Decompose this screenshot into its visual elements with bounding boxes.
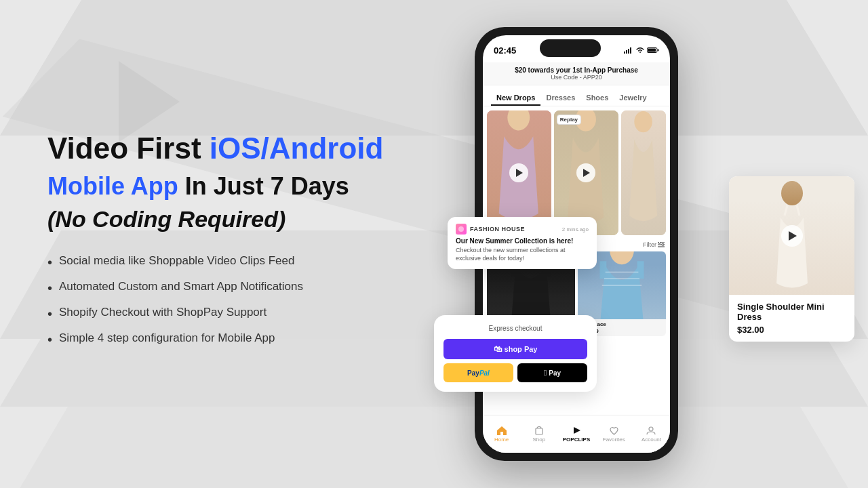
italic-tagline: (No Coding Required) <box>47 206 400 232</box>
shop-icon <box>534 426 544 435</box>
svg-point-19 <box>658 242 660 244</box>
apple-logo:  <box>544 368 547 378</box>
nav-shop[interactable]: Shop <box>520 426 557 443</box>
svg-point-24 <box>610 251 634 264</box>
nav-favorites-label: Favorites <box>603 436 625 443</box>
promo-text-line2: Use Code - APP20 <box>488 74 665 81</box>
headline-blue: iOS/Android <box>210 131 384 165</box>
svg-rect-2 <box>626 50 627 54</box>
paypal-label: PayPal <box>467 369 490 377</box>
headline-text1: Video First <box>47 131 210 165</box>
svg-line-35 <box>785 205 787 216</box>
popclips-icon <box>572 426 581 435</box>
applepay-label: Pay <box>549 369 561 377</box>
shoppay-bag-icon: 🛍 <box>494 344 502 354</box>
notification-header: FASHION HOUSE 2 mins.ago <box>456 224 589 235</box>
category-tabs: New Drops Dresses Shoes Jewelry <box>483 85 670 106</box>
signal-icon <box>624 47 633 54</box>
heart-icon <box>609 426 619 435</box>
promo-text-line1: $20 towards your 1st In-App Purchase <box>488 66 665 74</box>
svg-point-33 <box>458 226 464 232</box>
feature-4: Simple 4 step configuration for Mobile A… <box>47 331 400 348</box>
promo-banner: $20 towards your 1st In-App Purchase Use… <box>483 62 670 85</box>
svg-rect-26 <box>637 261 644 279</box>
nav-favorites[interactable]: Favorites <box>595 426 633 443</box>
replay-badge: Replay <box>557 115 581 125</box>
notification-title: Our New Summer Collection is here! <box>456 237 589 245</box>
payment-row: PayPal  Pay <box>443 363 587 382</box>
notification-brand: FASHION HOUSE <box>456 224 525 235</box>
nav-account[interactable]: Account <box>633 426 670 443</box>
svg-rect-4 <box>630 47 631 54</box>
video-thumb-3[interactable] <box>621 110 666 235</box>
feature-2: Automated Custom and Smart App Notificat… <box>47 280 400 296</box>
subheadline: Mobile App In Just 7 Days <box>47 171 400 201</box>
nav-account-label: Account <box>642 436 661 443</box>
play-button-1[interactable] <box>509 163 528 182</box>
status-time: 02:45 <box>494 45 516 56</box>
feature-3: Shopify Checkout with ShopPay Support <box>47 306 400 322</box>
brand-name: FASHION HOUSE <box>470 226 525 232</box>
svg-point-34 <box>781 181 803 205</box>
shoppay-button[interactable]: 🛍 shop Pay <box>443 339 587 359</box>
phone-area: 02:45 $20 towards your 1st In-App Purcha… <box>434 14 854 474</box>
side-play-button[interactable] <box>781 225 803 247</box>
dynamic-island <box>540 39 601 57</box>
shoppay-label: shop Pay <box>505 345 538 353</box>
svg-point-32 <box>649 427 653 431</box>
battery-icon <box>647 47 659 54</box>
nav-shop-label: Shop <box>532 436 545 443</box>
left-content-area: Video First iOS/Android Mobile App In Ju… <box>0 0 441 488</box>
notification-time: 2 mins.ago <box>562 226 589 232</box>
applepay-button[interactable]:  Pay <box>517 363 587 382</box>
svg-rect-7 <box>658 49 659 52</box>
status-icons <box>624 47 659 54</box>
tab-jewelry[interactable]: Jewelry <box>614 91 652 106</box>
headline: Video First iOS/Android <box>47 131 400 167</box>
filter-icon <box>658 242 665 247</box>
side-product-name: Single Shoulder Mini Dress <box>737 302 846 322</box>
tab-shoes[interactable]: Shoes <box>580 91 614 106</box>
filter-button[interactable]: Filter <box>643 241 665 248</box>
svg-rect-6 <box>648 49 656 52</box>
subheadline-part1: Mobile App <box>47 172 178 200</box>
notification-popup: FASHION HOUSE 2 mins.ago Our New Summer … <box>448 217 597 269</box>
wifi-icon <box>636 47 644 54</box>
video-grid: 2 days ago 237 Replay <box>483 106 670 235</box>
side-product-price: $32.00 <box>737 325 846 335</box>
nav-home[interactable]: Home <box>483 426 520 443</box>
play-button-2[interactable] <box>576 163 595 182</box>
subheadline-part2: In Just 7 Days <box>178 172 349 200</box>
paypal-button[interactable]: PayPal <box>443 363 513 382</box>
side-product-card[interactable]: Single Shoulder Mini Dress $32.00 <box>729 176 854 342</box>
svg-point-20 <box>662 244 664 246</box>
checkout-title: Express checkout <box>443 325 587 332</box>
nav-popclips-label: POPCLIPS <box>563 436 590 443</box>
checkout-popup: Express checkout 🛍 shop Pay PayPal  Pay <box>434 315 597 392</box>
svg-rect-25 <box>600 261 607 279</box>
nav-popclips[interactable]: POPCLIPS <box>557 426 595 443</box>
svg-rect-1 <box>624 52 625 54</box>
bottom-nav: Home Shop POPCLIPS Favorites Account <box>483 415 670 453</box>
feature-1: Social media like Shoppable Video Clips … <box>47 254 400 270</box>
account-icon <box>646 426 656 435</box>
svg-marker-31 <box>574 427 580 434</box>
features-list: Social media like Shoppable Video Clips … <box>47 254 400 357</box>
side-product-info: Single Shoulder Mini Dress $32.00 <box>729 295 854 342</box>
home-icon <box>496 426 507 435</box>
tab-dresses[interactable]: Dresses <box>540 91 580 106</box>
svg-rect-3 <box>628 49 629 54</box>
notification-body: Checkout the new summer collections at e… <box>456 247 589 262</box>
side-product-image <box>729 176 854 295</box>
svg-line-36 <box>797 205 800 216</box>
brand-icon <box>456 224 467 235</box>
tab-new-drops[interactable]: New Drops <box>491 91 540 106</box>
svg-point-15 <box>634 111 652 132</box>
nav-home-label: Home <box>494 436 509 443</box>
status-bar: 02:45 <box>483 35 670 62</box>
dress-figure-3 <box>621 110 666 235</box>
svg-rect-30 <box>536 428 542 434</box>
